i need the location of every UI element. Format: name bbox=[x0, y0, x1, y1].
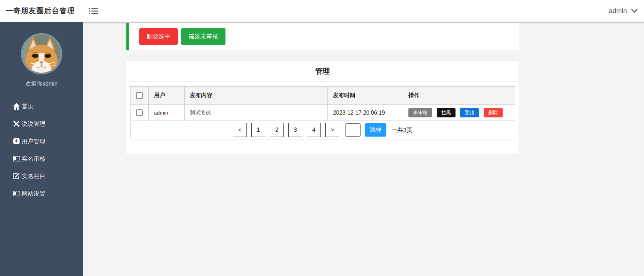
delete-button[interactable]: 删除 bbox=[484, 108, 503, 117]
unreviewed-status-button[interactable]: 未审核 bbox=[408, 108, 432, 117]
toolbar: 删除选中 筛选未审核 bbox=[126, 23, 519, 50]
manage-panel: 管理 用户 发布内容 发布时间 操作 bbox=[126, 61, 519, 154]
toolbar-accent-bar bbox=[126, 23, 129, 50]
sidebar-item-label: 网站设置 bbox=[22, 190, 45, 198]
app-title: 一奇朋友圈后台管理 bbox=[6, 6, 75, 16]
pin-top-button[interactable]: 置顶 bbox=[460, 108, 479, 117]
sidebar-item-verify-review[interactable]: 实名审核 bbox=[0, 150, 83, 167]
blacklist-button[interactable]: 拉黑 bbox=[437, 108, 456, 117]
welcome-text: 欢迎你admin bbox=[0, 80, 83, 88]
sidebar-item-verify-category[interactable]: 实名栏目 bbox=[0, 167, 83, 185]
posts-table: 用户 发布内容 发布时间 操作 admin 测试测试 2023-12-17 20… bbox=[130, 86, 515, 139]
list-icon bbox=[89, 7, 98, 15]
page-button-1[interactable]: 1 bbox=[251, 123, 265, 137]
main-content: 删除选中 筛选未审核 管理 用户 发布内容 发布时间 操作 bbox=[83, 22, 644, 276]
page-button-2[interactable]: 2 bbox=[270, 123, 284, 137]
table-header-row: 用户 发布内容 发布时间 操作 bbox=[131, 87, 515, 105]
total-pages-text: 一共3页 bbox=[391, 126, 412, 134]
sidebar-item-label: 首页 bbox=[22, 102, 34, 110]
cell-content: 测试测试 bbox=[185, 105, 328, 121]
menu-toggle-button[interactable] bbox=[89, 7, 98, 15]
cell-actions: 未审核 拉黑 置顶 删除 bbox=[403, 105, 515, 121]
cell-time: 2023-12-17 20:06:19 bbox=[328, 105, 403, 121]
sidebar-item-users[interactable]: 用户管理 bbox=[0, 132, 83, 150]
sidebar-item-site-settings[interactable]: 网站设置 bbox=[0, 185, 83, 202]
user-name: admin bbox=[609, 7, 627, 15]
sidebar-item-label: 实名审核 bbox=[22, 155, 45, 163]
avatar bbox=[21, 33, 62, 74]
app: 一奇朋友圈后台管理 admin bbox=[0, 0, 644, 276]
filter-unreviewed-button[interactable]: 筛选未审核 bbox=[181, 28, 225, 45]
column-header-actions: 操作 bbox=[403, 87, 515, 105]
sidebar: 欢迎你admin 首页 说说管理 bbox=[0, 22, 83, 276]
column-header-user: 用户 bbox=[149, 87, 185, 105]
home-icon bbox=[13, 103, 21, 110]
column-header-time: 发布时间 bbox=[328, 87, 403, 105]
column-header-content: 发布内容 bbox=[185, 87, 328, 105]
sidebar-item-label: 说说管理 bbox=[22, 120, 45, 128]
sidebar-item-label: 用户管理 bbox=[22, 137, 45, 145]
user-menu[interactable]: admin bbox=[609, 7, 638, 15]
sidebar-item-home[interactable]: 首页 bbox=[0, 97, 83, 115]
bolt-icon bbox=[13, 138, 21, 145]
next-page-button[interactable]: > bbox=[325, 123, 339, 137]
sidebar-item-posts[interactable]: 说说管理 bbox=[0, 115, 83, 132]
page-button-4[interactable]: 4 bbox=[307, 123, 321, 137]
delete-selected-button[interactable]: 删除选中 bbox=[139, 28, 178, 45]
page-button-3[interactable]: 3 bbox=[288, 123, 302, 137]
pagination: < 1 2 3 4 > 跳转 一共3页 bbox=[131, 123, 515, 137]
chevron-down-icon bbox=[631, 9, 638, 13]
page-jump-input[interactable] bbox=[345, 123, 361, 137]
tools-icon bbox=[13, 120, 21, 127]
app-header: 一奇朋友圈后台管理 admin bbox=[0, 0, 644, 22]
cell-user: admin bbox=[149, 105, 185, 121]
jump-button[interactable]: 跳转 bbox=[365, 123, 386, 137]
card-icon bbox=[13, 155, 21, 162]
prev-page-button[interactable]: < bbox=[233, 123, 247, 137]
table-row: admin 测试测试 2023-12-17 20:06:19 未审核 拉黑 置顶… bbox=[131, 105, 515, 121]
edit-square-icon bbox=[13, 173, 21, 180]
panel-title: 管理 bbox=[126, 61, 519, 82]
sidebar-item-label: 实名栏目 bbox=[22, 172, 45, 180]
sidebar-nav: 首页 说说管理 用户管理 bbox=[0, 97, 83, 202]
pagination-row: < 1 2 3 4 > 跳转 一共3页 bbox=[131, 121, 515, 139]
row-checkbox[interactable] bbox=[136, 109, 143, 116]
select-all-checkbox[interactable] bbox=[136, 92, 143, 99]
cat-avatar-image bbox=[23, 35, 60, 73]
card-icon bbox=[13, 190, 21, 197]
